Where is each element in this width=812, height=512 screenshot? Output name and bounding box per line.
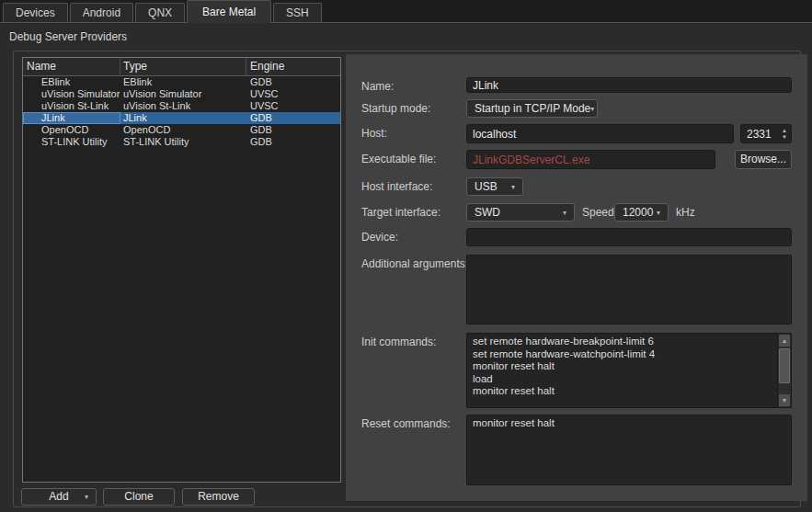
additional-arguments-label: Additional arguments: (361, 255, 468, 273)
column-header-name[interactable]: Name (23, 58, 120, 75)
provider-details-panel: Name: Startup mode: Startup in TCP/IP Mo… (346, 54, 807, 501)
section-title: Debug Server Providers (9, 30, 127, 43)
host-label: Host: (361, 124, 387, 142)
chevron-down-icon: ▾ (590, 105, 594, 113)
port-spinbox[interactable]: ▲ ▼ (740, 124, 792, 143)
port-input[interactable] (741, 125, 778, 142)
executable-file-label: Executable file: (361, 150, 436, 168)
spin-up-icon[interactable]: ▲ (782, 128, 787, 134)
name-input[interactable] (466, 77, 792, 93)
add-button[interactable]: Add ▾ (21, 488, 97, 506)
table-body: EBlink EBlink GDB uVision Simulator uVis… (23, 76, 340, 148)
init-commands-field: set remote hardware-breakpoint-limit 6 s… (466, 333, 792, 408)
chevron-down-icon: ▾ (511, 183, 515, 191)
remove-button[interactable]: Remove (182, 488, 255, 506)
scroll-down-icon[interactable]: ▼ (779, 394, 790, 406)
target-interface-label: Target interface: (361, 203, 440, 222)
init-commands-textarea[interactable]: set remote hardware-breakpoint-limit 6 s… (466, 333, 792, 408)
column-header-engine[interactable]: Engine (246, 58, 340, 75)
init-commands-label: Init commands: (361, 333, 436, 351)
host-interface-label: Host interface: (361, 177, 432, 196)
chevron-down-icon: ▾ (563, 209, 566, 217)
speed-select[interactable]: 12000 ▾ (614, 203, 669, 222)
target-interface-select[interactable]: SWD ▾ (466, 203, 575, 222)
device-input[interactable] (466, 228, 792, 246)
browse-button[interactable]: Browse... (735, 150, 792, 169)
clone-button[interactable]: Clone (103, 488, 175, 506)
speed-unit-label: kHz (676, 203, 695, 222)
host-interface-select[interactable]: USB ▾ (466, 177, 523, 196)
host-input[interactable] (466, 124, 734, 143)
tab-devices[interactable]: Devices (3, 3, 68, 22)
tab-android[interactable]: Android (70, 3, 133, 22)
tab-qnx[interactable]: QNX (135, 3, 185, 22)
table-header: Name Type Engine (23, 58, 340, 76)
bare-metal-options-window: Devices Android QNX Bare Metal SSH Debug… (0, 0, 812, 512)
startup-mode-select[interactable]: Startup in TCP/IP Mode ▾ (466, 99, 598, 118)
table-row-uvision-st-link[interactable]: uVision St-Link uVision St-Link UVSC (23, 100, 340, 112)
chevron-down-icon: ▾ (657, 209, 660, 217)
device-label: Device: (361, 228, 398, 246)
table-row-uvision-simulator[interactable]: uVision Simulator uVision Simulator UVSC (23, 88, 340, 100)
scrollbar-thumb[interactable] (779, 348, 790, 383)
table-row-openocd[interactable]: OpenOCD OpenOCD GDB (23, 124, 340, 136)
tab-ssh[interactable]: SSH (273, 3, 322, 22)
table-row-st-link-utility[interactable]: ST-LINK Utility ST-LINK Utility GDB (23, 136, 340, 148)
vertical-scrollbar[interactable]: ▲ ▼ (777, 334, 791, 407)
additional-arguments-textarea[interactable] (466, 255, 792, 324)
providers-table: Name Type Engine EBlink EBlink GDB uVisi… (22, 57, 341, 483)
executable-file-input[interactable] (466, 150, 715, 169)
spin-down-icon[interactable]: ▼ (782, 134, 787, 141)
name-label: Name: (361, 77, 394, 96)
reset-commands-textarea[interactable]: monitor reset halt (466, 415, 792, 485)
column-header-type[interactable]: Type (120, 58, 246, 75)
tab-bare-metal[interactable]: Bare Metal (187, 0, 271, 23)
scroll-up-icon[interactable]: ▲ (779, 335, 790, 347)
chevron-down-icon: ▾ (85, 489, 88, 505)
table-row-jlink-selected[interactable]: JLink JLink GDB (23, 112, 340, 124)
tab-bar: Devices Android QNX Bare Metal SSH (0, 0, 812, 23)
table-row-eblink[interactable]: EBlink EBlink GDB (23, 76, 340, 88)
startup-mode-label: Startup mode: (361, 99, 430, 118)
speed-label: Speed (582, 203, 614, 222)
reset-commands-label: Reset commands: (361, 415, 451, 433)
